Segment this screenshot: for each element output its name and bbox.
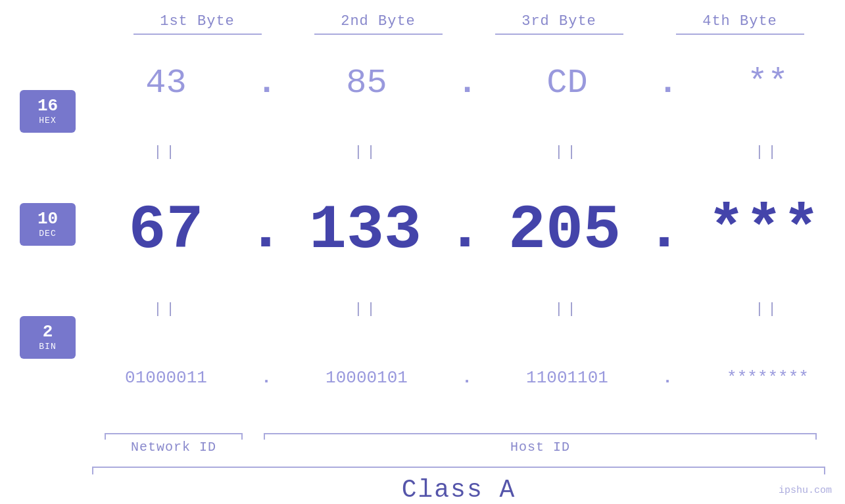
- eq2-byte2: ||: [276, 301, 457, 317]
- dec-row: 67 . 133 . 205 . ***: [76, 195, 845, 267]
- network-id-label: Network ID: [131, 440, 216, 455]
- bin-byte3: 11001101: [477, 368, 658, 388]
- bin-byte1: 01000011: [76, 368, 256, 388]
- equals-row-2: || || || ||: [76, 298, 845, 321]
- bin-byte4: ********: [677, 368, 845, 388]
- bin-badge: 2 BIN: [20, 316, 76, 359]
- host-id-label: Host ID: [510, 440, 570, 455]
- bottom-area: Network ID Host ID Class A: [0, 433, 845, 504]
- dec-byte1: 67: [76, 195, 256, 266]
- network-host-row: Network ID Host ID: [92, 433, 825, 455]
- bracket-byte2: [314, 34, 443, 35]
- hex-row: 43 . 85 . CD . **: [76, 57, 845, 110]
- hex-dot2: .: [457, 66, 477, 101]
- class-label: Class A: [92, 476, 825, 504]
- hex-byte3: CD: [477, 64, 658, 103]
- host-bracket-line: [264, 433, 817, 434]
- bin-dot2: .: [457, 369, 477, 386]
- bin-dot1: .: [256, 369, 276, 386]
- bracket-byte1: [133, 34, 262, 35]
- watermark: ipshu.com: [779, 485, 832, 496]
- eq2-byte3: ||: [477, 301, 658, 317]
- network-bracket: Network ID: [92, 433, 255, 455]
- dec-byte3: 205: [474, 195, 655, 266]
- eq1-byte1: ||: [76, 144, 256, 160]
- eq1-byte4: ||: [677, 144, 845, 160]
- host-bracket: Host ID: [255, 433, 825, 455]
- outer-bracket-line: [92, 467, 825, 468]
- hex-byte2: 85: [276, 64, 457, 103]
- eq1-byte3: ||: [477, 144, 658, 160]
- hex-num: 16: [37, 97, 58, 116]
- hex-label: HEX: [39, 116, 56, 126]
- eq2-byte4: ||: [677, 301, 845, 317]
- dec-num: 10: [37, 210, 58, 229]
- main-container: 1st Byte 2nd Byte 3rd Byte 4th Byte 16 H…: [0, 0, 845, 504]
- hex-badge: 16 HEX: [20, 90, 76, 133]
- dec-dot2: .: [456, 199, 474, 262]
- bracket-byte3: [495, 34, 623, 35]
- dec-dot3: .: [655, 199, 673, 262]
- hex-byte1: 43: [76, 64, 256, 103]
- hex-dot3: .: [658, 66, 677, 101]
- byte3-header: 3rd Byte: [469, 13, 650, 30]
- bracket-byte4: [676, 34, 804, 35]
- dec-dot1: .: [256, 199, 275, 262]
- byte1-header: 1st Byte: [107, 13, 288, 30]
- byte-headers: 1st Byte 2nd Byte 3rd Byte 4th Byte: [0, 0, 845, 30]
- byte2-header: 2nd Byte: [288, 13, 469, 30]
- bin-num: 2: [43, 323, 53, 342]
- dec-byte2: 133: [275, 195, 456, 266]
- hex-byte4: **: [677, 64, 845, 103]
- top-brackets: [0, 34, 845, 35]
- bin-dot3: .: [658, 369, 677, 386]
- bin-byte2: 10000101: [276, 368, 457, 388]
- dec-label: DEC: [39, 229, 56, 239]
- network-bracket-line: [105, 433, 243, 434]
- dec-byte4: ***: [673, 195, 845, 266]
- bin-label: BIN: [39, 342, 56, 352]
- base-labels: 16 HEX 10 DEC 2 BIN: [20, 41, 76, 433]
- hex-dot1: .: [256, 66, 276, 101]
- eq1-byte2: ||: [276, 144, 457, 160]
- content-area: 16 HEX 10 DEC 2 BIN 43 . 85 . CD . **: [0, 41, 845, 433]
- equals-row-1: || || || ||: [76, 141, 845, 164]
- bin-row: 01000011 . 10000101 . 11001101 . *******…: [76, 352, 845, 404]
- values-grid: 43 . 85 . CD . ** || || || || 67: [76, 41, 845, 433]
- eq2-byte1: ||: [76, 301, 256, 317]
- byte4-header: 4th Byte: [650, 13, 831, 30]
- dec-badge: 10 DEC: [20, 203, 76, 246]
